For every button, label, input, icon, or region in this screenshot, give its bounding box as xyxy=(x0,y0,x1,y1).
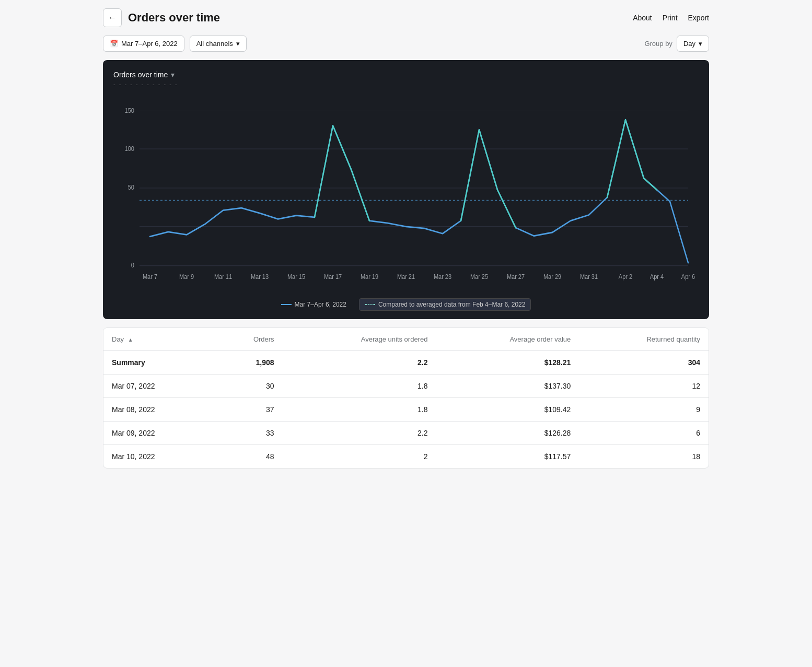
chart-container: Orders over time ▾ - - - - - - - - - - -… xyxy=(103,60,709,319)
legend-compared-label: Compared to averaged data from Feb 4–Mar… xyxy=(378,301,526,308)
group-by-select[interactable]: Day ▾ xyxy=(677,36,709,52)
top-bar-left: ← Orders over time xyxy=(103,8,220,27)
cell-orders: 37 xyxy=(214,398,283,422)
svg-text:100: 100 xyxy=(125,145,135,152)
col-header-avg-units[interactable]: Average units ordered xyxy=(283,328,436,351)
data-table: Day ▲ Orders Average units ordered Avera… xyxy=(103,328,709,468)
data-table-wrapper: Day ▲ Orders Average units ordered Avera… xyxy=(103,327,709,469)
legend-current-label: Mar 7–Apr 6, 2022 xyxy=(295,301,346,308)
col-header-day[interactable]: Day ▲ xyxy=(103,328,214,351)
summary-row: Summary 1,908 2.2 $128.21 304 xyxy=(103,351,709,375)
chart-subtitle: - - - - - - - - - - - - xyxy=(113,81,699,87)
svg-text:Apr 4: Apr 4 xyxy=(650,273,664,280)
chart-area: 150 100 50 0 Mar 7 Mar 9 Mar 11 Mar 13 M… xyxy=(113,93,699,292)
cell-returned: 18 xyxy=(579,445,709,469)
cell-day: Mar 08, 2022 xyxy=(103,398,214,422)
chart-title-row: Orders over time ▾ xyxy=(113,71,699,79)
table-header-row: Day ▲ Orders Average units ordered Avera… xyxy=(103,328,709,351)
cell-returned: 9 xyxy=(579,398,709,422)
cell-avg-units: 1.8 xyxy=(283,398,436,422)
sort-icon: ▲ xyxy=(128,337,133,343)
svg-text:Mar 11: Mar 11 xyxy=(214,273,232,280)
col-header-avg-value[interactable]: Average order value xyxy=(436,328,579,351)
top-bar-right: About Print Export xyxy=(633,14,709,22)
svg-text:Mar 19: Mar 19 xyxy=(361,273,378,280)
cell-avg-value: $137.30 xyxy=(436,375,579,398)
svg-text:Mar 29: Mar 29 xyxy=(543,273,561,280)
about-link[interactable]: About xyxy=(633,14,652,22)
svg-text:Apr 6: Apr 6 xyxy=(681,273,695,280)
cell-orders: 48 xyxy=(214,445,283,469)
cell-orders: 33 xyxy=(214,422,283,445)
calendar-icon: 📅 xyxy=(110,40,118,48)
svg-text:Mar 31: Mar 31 xyxy=(580,273,598,280)
chevron-down-icon: ▾ xyxy=(699,40,702,48)
cell-day: Mar 09, 2022 xyxy=(103,422,214,445)
channel-filter-button[interactable]: All channels ▾ xyxy=(190,36,247,52)
table-row: Mar 08, 2022 37 1.8 $109.42 9 xyxy=(103,398,709,422)
cell-avg-value: $117.57 xyxy=(436,445,579,469)
svg-text:Mar 25: Mar 25 xyxy=(470,273,488,280)
summary-orders: 1,908 xyxy=(214,351,283,375)
svg-text:Mar 15: Mar 15 xyxy=(287,273,305,280)
svg-text:Mar 27: Mar 27 xyxy=(507,273,525,280)
cell-returned: 6 xyxy=(579,422,709,445)
channel-label: All channels xyxy=(196,40,233,48)
table-row: Mar 09, 2022 33 2.2 $126.28 6 xyxy=(103,422,709,445)
page-title: Orders over time xyxy=(128,11,220,25)
cell-avg-value: $109.42 xyxy=(436,398,579,422)
summary-avg-value: $128.21 xyxy=(436,351,579,375)
group-by-label: Group by xyxy=(644,40,672,48)
table-row: Mar 10, 2022 48 2 $117.57 18 xyxy=(103,445,709,469)
svg-text:Mar 21: Mar 21 xyxy=(397,273,415,280)
table-row: Mar 07, 2022 30 1.8 $137.30 12 xyxy=(103,375,709,398)
filters-right: Group by Day ▾ xyxy=(644,36,709,52)
legend-current: Mar 7–Apr 6, 2022 xyxy=(281,301,346,308)
cell-day: Mar 10, 2022 xyxy=(103,445,214,469)
chevron-down-icon: ▾ xyxy=(236,40,240,48)
group-by-value: Day xyxy=(683,40,695,48)
chart-title: Orders over time xyxy=(113,71,168,79)
chart-legend: Mar 7–Apr 6, 2022 Compared to averaged d… xyxy=(113,298,699,311)
back-icon: ← xyxy=(108,13,117,22)
summary-returned: 304 xyxy=(579,351,709,375)
col-header-returned[interactable]: Returned quantity xyxy=(579,328,709,351)
cell-avg-units: 2 xyxy=(283,445,436,469)
summary-avg-units: 2.2 xyxy=(283,351,436,375)
svg-text:50: 50 xyxy=(128,184,135,191)
legend-compared-pill: Compared to averaged data from Feb 4–Mar… xyxy=(359,298,531,311)
back-button[interactable]: ← xyxy=(103,8,122,27)
svg-text:Apr 2: Apr 2 xyxy=(619,273,632,280)
filters-left: 📅 Mar 7–Apr 6, 2022 All channels ▾ xyxy=(103,36,247,52)
cell-avg-value: $126.28 xyxy=(436,422,579,445)
legend-line-dotted xyxy=(365,304,375,305)
cell-orders: 30 xyxy=(214,375,283,398)
top-bar: ← Orders over time About Print Export xyxy=(103,8,709,27)
chart-title-chevron[interactable]: ▾ xyxy=(171,71,175,79)
line-chart-svg: 150 100 50 0 Mar 7 Mar 9 Mar 11 Mar 13 M… xyxy=(113,93,699,292)
svg-text:0: 0 xyxy=(131,261,135,268)
svg-text:Mar 9: Mar 9 xyxy=(179,273,194,280)
print-link[interactable]: Print xyxy=(663,14,678,22)
date-range-label: Mar 7–Apr 6, 2022 xyxy=(121,40,178,48)
date-range-button[interactable]: 📅 Mar 7–Apr 6, 2022 xyxy=(103,36,184,52)
export-link[interactable]: Export xyxy=(688,14,709,22)
legend-line-solid xyxy=(281,304,292,305)
cell-day: Mar 07, 2022 xyxy=(103,375,214,398)
svg-text:Mar 23: Mar 23 xyxy=(434,273,451,280)
cell-avg-units: 1.8 xyxy=(283,375,436,398)
cell-returned: 12 xyxy=(579,375,709,398)
col-header-orders[interactable]: Orders xyxy=(214,328,283,351)
svg-text:Mar 13: Mar 13 xyxy=(251,273,269,280)
summary-label: Summary xyxy=(103,351,214,375)
cell-avg-units: 2.2 xyxy=(283,422,436,445)
svg-text:150: 150 xyxy=(125,107,135,114)
filters-row: 📅 Mar 7–Apr 6, 2022 All channels ▾ Group… xyxy=(103,36,709,52)
svg-text:Mar 17: Mar 17 xyxy=(324,273,342,280)
svg-text:Mar 7: Mar 7 xyxy=(143,273,157,280)
